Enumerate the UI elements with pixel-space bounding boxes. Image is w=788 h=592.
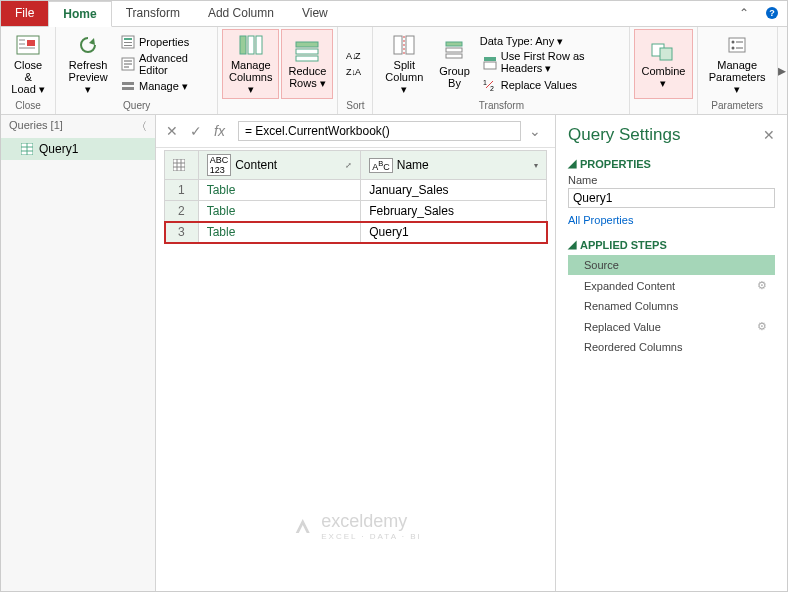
- combine-button[interactable]: Combine ▾: [634, 29, 692, 99]
- manage-columns-button[interactable]: Manage Columns ▾: [222, 29, 279, 99]
- step-expanded-content[interactable]: Expanded Content⚙: [568, 275, 775, 296]
- manage-button[interactable]: Manage ▾: [118, 78, 213, 94]
- replace-values-button[interactable]: 12Replace Values: [480, 77, 624, 93]
- properties-section[interactable]: ◢PROPERTIES: [568, 157, 775, 170]
- data-table: ABC123Content⤢ ABCName▾ 1 Table January_…: [164, 150, 547, 243]
- svg-rect-32: [660, 48, 672, 60]
- select-all-corner[interactable]: [165, 151, 199, 180]
- adv-editor-icon: [121, 57, 135, 71]
- rows-icon: [293, 39, 321, 63]
- svg-rect-12: [248, 36, 254, 54]
- svg-rect-5: [124, 38, 132, 40]
- sort-desc-icon[interactable]: Z↓A: [346, 65, 364, 79]
- advanced-editor-button[interactable]: Advanced Editor: [118, 51, 213, 77]
- table-row-highlighted[interactable]: 3 Table Query1: [165, 222, 547, 243]
- watermark-logo-icon: [289, 513, 315, 539]
- name-label: Name: [568, 174, 775, 186]
- svg-text:?: ?: [769, 8, 775, 18]
- split-icon: [390, 33, 418, 57]
- data-area: ✕ ✓ fx ⌄ ABC123Content⤢ ABCName▾ 1 Table…: [156, 115, 555, 591]
- group-mc-label: [222, 99, 333, 112]
- filter-dropdown-icon[interactable]: ▾: [534, 161, 538, 170]
- step-renamed-columns[interactable]: Renamed Columns: [568, 296, 775, 316]
- svg-rect-10: [122, 87, 134, 90]
- table-icon: [21, 143, 33, 155]
- group-sort-label: Sort: [342, 99, 368, 112]
- replace-icon: 12: [483, 78, 497, 92]
- col-header-content[interactable]: ABC123Content⤢: [198, 151, 361, 180]
- svg-rect-22: [406, 36, 414, 54]
- table-row[interactable]: 2 Table February_Sales: [165, 201, 547, 222]
- col-header-name[interactable]: ABCName▾: [361, 151, 547, 180]
- tab-add-column[interactable]: Add Column: [194, 1, 288, 26]
- svg-rect-6: [124, 42, 132, 43]
- help-icon[interactable]: ?: [757, 1, 787, 26]
- svg-rect-13: [256, 36, 262, 54]
- svg-point-35: [732, 46, 735, 49]
- properties-icon: [121, 35, 135, 49]
- tab-file[interactable]: File: [1, 1, 48, 26]
- sort-asc-icon[interactable]: A↓Z: [346, 49, 364, 63]
- queries-panel: Queries [1] 〈 Query1: [1, 115, 156, 591]
- caret-icon: ◢: [568, 157, 576, 170]
- fx-icon[interactable]: fx: [214, 123, 230, 139]
- step-source[interactable]: Source: [568, 255, 775, 275]
- svg-rect-3: [27, 40, 35, 46]
- split-column-button[interactable]: Split Column ▾: [377, 29, 431, 99]
- svg-text:2: 2: [490, 85, 494, 92]
- close-settings-icon[interactable]: ✕: [763, 127, 775, 143]
- query-item[interactable]: Query1: [1, 138, 155, 160]
- type-badge-any: ABC123: [207, 154, 232, 176]
- tab-bar: File Home Transform Add Column View ⌃ ?: [1, 1, 787, 27]
- tab-transform[interactable]: Transform: [112, 1, 194, 26]
- gear-icon[interactable]: ⚙: [757, 279, 767, 292]
- group-by-button[interactable]: Group By: [433, 29, 476, 99]
- ribbon-overflow-icon[interactable]: ▸: [778, 27, 787, 114]
- refresh-icon: [74, 33, 102, 57]
- query-settings-panel: Query Settings ✕ ◢PROPERTIES Name All Pr…: [555, 115, 787, 591]
- type-badge-text: ABC: [369, 158, 393, 173]
- svg-text:Z: Z: [355, 51, 361, 61]
- collapse-ribbon-icon[interactable]: ⌃: [731, 1, 757, 26]
- formula-dropdown-icon[interactable]: ⌄: [529, 123, 545, 139]
- refresh-preview-button[interactable]: Refresh Preview ▾: [60, 29, 116, 99]
- data-type-button[interactable]: Data Type: Any ▾: [480, 35, 624, 48]
- collapse-queries-icon[interactable]: 〈: [136, 119, 147, 134]
- caret-icon: ◢: [568, 238, 576, 251]
- svg-rect-24: [446, 42, 462, 46]
- steps-list: Source Expanded Content⚙ Renamed Columns…: [568, 255, 775, 357]
- columns-icon: [237, 33, 265, 57]
- svg-rect-26: [446, 54, 462, 58]
- combine-icon: [649, 39, 677, 63]
- group-transform-label: Transform: [377, 99, 625, 112]
- svg-text:1: 1: [483, 79, 487, 86]
- close-load-icon: [14, 33, 42, 57]
- query-name-input[interactable]: [568, 188, 775, 208]
- tab-home[interactable]: Home: [48, 1, 111, 27]
- reduce-rows-button[interactable]: Reduce Rows ▾: [281, 29, 333, 99]
- tab-view[interactable]: View: [288, 1, 342, 26]
- commit-formula-icon[interactable]: ✓: [190, 123, 206, 139]
- table-row[interactable]: 1 Table January_Sales: [165, 180, 547, 201]
- svg-rect-27: [484, 57, 496, 61]
- watermark: exceldemy EXCEL · DATA · BI: [289, 511, 422, 541]
- first-row-headers-button[interactable]: Use First Row as Headers ▾: [480, 49, 624, 76]
- cancel-formula-icon[interactable]: ✕: [166, 123, 182, 139]
- properties-button[interactable]: Properties: [118, 34, 213, 50]
- group-query-label: Query: [60, 99, 213, 112]
- formula-input[interactable]: [238, 121, 521, 141]
- group-params-label: Parameters: [702, 99, 773, 112]
- expand-icon[interactable]: ⤢: [345, 161, 352, 170]
- svg-rect-33: [729, 38, 745, 52]
- manage-parameters-button[interactable]: Manage Parameters ▾: [702, 29, 773, 99]
- step-replaced-value[interactable]: Replaced Value⚙: [568, 316, 775, 337]
- svg-point-34: [732, 40, 735, 43]
- manage-icon: [121, 79, 135, 93]
- gear-icon[interactable]: ⚙: [757, 320, 767, 333]
- all-properties-link[interactable]: All Properties: [568, 214, 775, 226]
- svg-rect-7: [124, 45, 132, 46]
- svg-rect-42: [173, 159, 185, 171]
- close-load-button[interactable]: Close & Load ▾: [5, 29, 51, 99]
- applied-steps-section[interactable]: ◢APPLIED STEPS: [568, 238, 775, 251]
- step-reordered-columns[interactable]: Reordered Columns: [568, 337, 775, 357]
